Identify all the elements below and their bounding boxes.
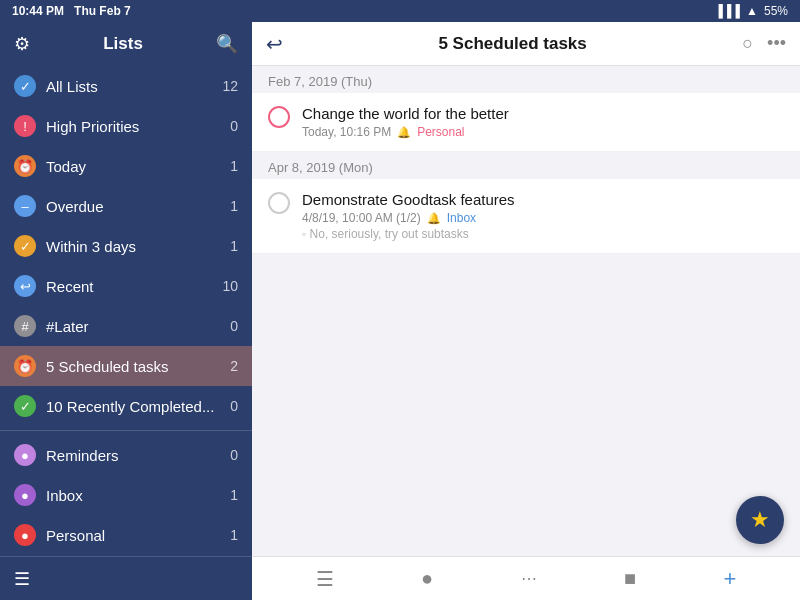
high-priorities-icon: ! (14, 115, 36, 137)
main-wrapper: ↩ 5 Scheduled tasks ○ ••• Feb 7, 2019 (T… (252, 22, 800, 600)
completed-count: 0 (222, 398, 238, 414)
recent-label: Recent (46, 278, 222, 295)
completed-icon: ✓ (14, 395, 36, 417)
sidebar-item-all-lists[interactable]: ✓ All Lists 12 (0, 66, 252, 106)
today-icon: ⏰ (14, 155, 36, 177)
task-icon-1: 🔔 (397, 126, 411, 139)
today-label: Today (46, 158, 222, 175)
sidebar-list: ✓ All Lists 12 ! High Priorities 0 ⏰ Tod… (0, 66, 252, 556)
sidebar: ⚙ Lists 🔍 ✓ All Lists 12 ! High Prioriti… (0, 22, 252, 600)
tab-dot-button[interactable]: ● (407, 561, 447, 596)
main-header: ↩ 5 Scheduled tasks ○ ••• (252, 22, 800, 66)
status-bar: 10:44 PM Thu Feb 7 ▐▐▐ ▲ 55% (0, 0, 800, 22)
task-date-2: 4/8/19, 10:00 AM (1/2) (302, 211, 421, 225)
all-lists-count: 12 (222, 78, 238, 94)
sidebar-bottom: ☰ (0, 556, 252, 600)
reminders-count: 0 (222, 447, 238, 463)
task-circle-1[interactable] (268, 106, 290, 128)
signal-icon: ▐▐▐ (715, 4, 741, 18)
header-more-button[interactable]: ••• (767, 33, 786, 54)
sidebar-item-reminders[interactable]: ● Reminders 0 (0, 435, 252, 475)
later-count: 0 (222, 318, 238, 334)
all-lists-icon: ✓ (14, 75, 36, 97)
task-tag-2: Inbox (447, 211, 476, 225)
main-content-title: 5 Scheduled tasks (283, 34, 742, 54)
inbox-icon: ● (14, 484, 36, 506)
today-count: 1 (222, 158, 238, 174)
bottom-tab-bar: ☰ ● ⋯ ■ + (252, 556, 800, 600)
task-item-1[interactable]: Change the world for the better Today, 1… (252, 93, 800, 152)
task-tag-1: Personal (417, 125, 464, 139)
header-actions: ○ ••• (742, 33, 786, 54)
task-circle-2[interactable] (268, 192, 290, 214)
within3days-count: 1 (222, 238, 238, 254)
tab-square-button[interactable]: ■ (610, 561, 650, 596)
task-title-1: Change the world for the better (302, 105, 784, 122)
wifi-icon: ▲ (746, 4, 758, 18)
recent-count: 10 (222, 278, 238, 294)
sidebar-divider (0, 430, 252, 431)
sidebar-item-overdue[interactable]: – Overdue 1 (0, 186, 252, 226)
inbox-label: Inbox (46, 487, 222, 504)
status-indicators: ▐▐▐ ▲ 55% (715, 4, 788, 18)
date-section-2: Apr 8, 2019 (Mon) (252, 152, 800, 179)
tab-spinner-button[interactable]: ⋯ (507, 563, 551, 594)
task-list: Feb 7, 2019 (Thu) Change the world for t… (252, 66, 800, 556)
sidebar-item-today[interactable]: ⏰ Today 1 (0, 146, 252, 186)
task-title-2: Demonstrate Goodtask features (302, 191, 784, 208)
task-content-2: Demonstrate Goodtask features 4/8/19, 10… (302, 191, 784, 241)
within3days-label: Within 3 days (46, 238, 222, 255)
task-subtask-2: ◦ No, seriously, try out subtasks (302, 227, 784, 241)
scheduled-count: 2 (222, 358, 238, 374)
tab-add-button[interactable]: + (709, 560, 750, 598)
all-lists-label: All Lists (46, 78, 222, 95)
sidebar-item-scheduled[interactable]: ⏰ 5 Scheduled tasks 2 (0, 346, 252, 386)
high-priorities-count: 0 (222, 118, 238, 134)
header-circle-button[interactable]: ○ (742, 33, 753, 54)
sidebar-item-meal-ideas[interactable]: ● Meal ideas 2 (0, 555, 252, 556)
scheduled-label: 5 Scheduled tasks (46, 358, 222, 375)
within3days-icon: ✓ (14, 235, 36, 257)
sidebar-item-high-priorities[interactable]: ! High Priorities 0 (0, 106, 252, 146)
sidebar-header: ⚙ Lists 🔍 (0, 22, 252, 66)
status-time-day: 10:44 PM Thu Feb 7 (12, 4, 131, 18)
overdue-count: 1 (222, 198, 238, 214)
overdue-icon: – (14, 195, 36, 217)
sidebar-settings-button[interactable]: ⚙ (14, 33, 30, 55)
sidebar-item-recent[interactable]: ↩ Recent 10 (0, 266, 252, 306)
recent-icon: ↩ (14, 275, 36, 297)
personal-count: 1 (222, 527, 238, 543)
fab-button[interactable]: ★ (736, 496, 784, 544)
main-content: ↩ 5 Scheduled tasks ○ ••• Feb 7, 2019 (T… (252, 22, 800, 556)
later-label: #Later (46, 318, 222, 335)
task-meta-2: 4/8/19, 10:00 AM (1/2) 🔔 Inbox (302, 211, 784, 225)
personal-label: Personal (46, 527, 222, 544)
sidebar-menu-button[interactable]: ☰ (14, 568, 30, 590)
sidebar-item-completed[interactable]: ✓ 10 Recently Completed... 0 (0, 386, 252, 426)
scheduled-icon: ⏰ (14, 355, 36, 377)
sidebar-title: Lists (103, 34, 143, 54)
high-priorities-label: High Priorities (46, 118, 222, 135)
sidebar-item-personal[interactable]: ● Personal 1 (0, 515, 252, 555)
task-item-2[interactable]: Demonstrate Goodtask features 4/8/19, 10… (252, 179, 800, 254)
task-icon-2: 🔔 (427, 212, 441, 225)
inbox-count: 1 (222, 487, 238, 503)
later-icon: # (14, 315, 36, 337)
sidebar-search-button[interactable]: 🔍 (216, 33, 238, 55)
app-container: ⚙ Lists 🔍 ✓ All Lists 12 ! High Prioriti… (0, 22, 800, 600)
task-content-1: Change the world for the better Today, 1… (302, 105, 784, 139)
completed-label: 10 Recently Completed... (46, 398, 222, 415)
back-button[interactable]: ↩ (266, 32, 283, 56)
sidebar-item-within3days[interactable]: ✓ Within 3 days 1 (0, 226, 252, 266)
personal-icon: ● (14, 524, 36, 546)
tab-menu-button[interactable]: ☰ (302, 561, 348, 597)
sidebar-item-inbox[interactable]: ● Inbox 1 (0, 475, 252, 515)
battery-indicator: 55% (764, 4, 788, 18)
date-section-1: Feb 7, 2019 (Thu) (252, 66, 800, 93)
reminders-icon: ● (14, 444, 36, 466)
reminders-label: Reminders (46, 447, 222, 464)
fab-star-icon: ★ (750, 507, 770, 533)
sidebar-item-later[interactable]: # #Later 0 (0, 306, 252, 346)
task-meta-1: Today, 10:16 PM 🔔 Personal (302, 125, 784, 139)
task-date-1: Today, 10:16 PM (302, 125, 391, 139)
